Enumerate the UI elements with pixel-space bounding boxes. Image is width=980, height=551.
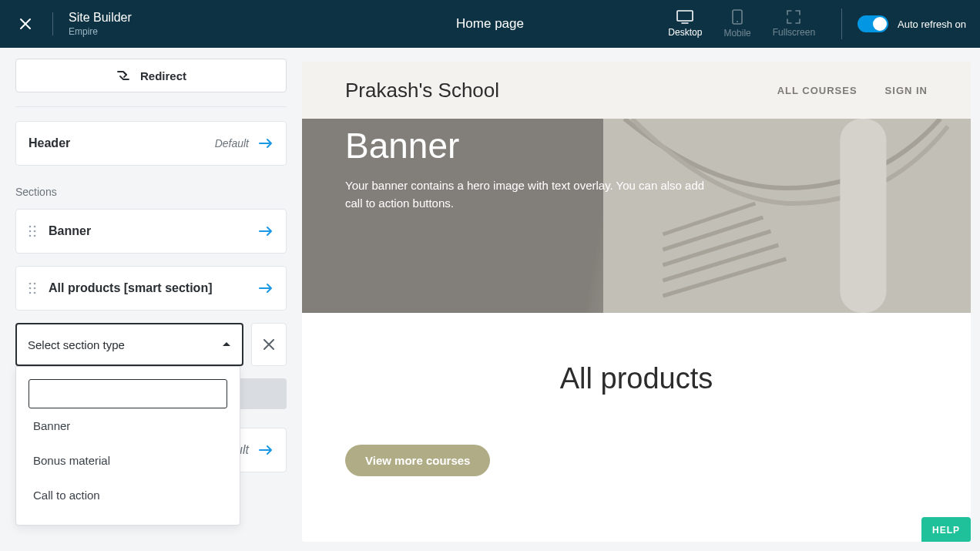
svg-point-13 xyxy=(29,292,32,294)
redirect-label: Redirect xyxy=(140,69,186,82)
svg-point-9 xyxy=(29,283,32,285)
nav-all-courses[interactable]: ALL COURSES xyxy=(777,85,858,96)
section-item-label: Banner xyxy=(49,224,91,238)
svg-point-2 xyxy=(737,21,738,22)
svg-point-6 xyxy=(34,230,36,233)
svg-point-5 xyxy=(29,230,32,233)
preview-header: Prakash's School ALL COURSES SIGN IN xyxy=(302,62,971,119)
close-icon xyxy=(19,18,32,30)
close-icon xyxy=(263,339,274,350)
drag-handle-icon[interactable] xyxy=(29,282,36,294)
nav-sign-in[interactable]: SIGN IN xyxy=(885,85,928,96)
mobile-icon xyxy=(732,9,743,25)
preview-banner: Banner Your banner contains a hero image… xyxy=(302,119,971,313)
arrow-right-icon xyxy=(258,226,274,237)
arrow-right-icon xyxy=(258,138,274,149)
school-title: Prakash's School xyxy=(345,79,499,102)
auto-refresh-label: Auto refresh on xyxy=(898,18,966,30)
sidebar: Redirect Header Default Sections Banner … xyxy=(0,48,302,551)
preview-frame: Prakash's School ALL COURSES SIGN IN xyxy=(302,62,971,542)
svg-point-11 xyxy=(29,287,32,290)
device-mobile-label: Mobile xyxy=(723,28,750,39)
dropdown-option-call-to-action[interactable]: Call to action xyxy=(29,478,227,512)
header-row[interactable]: Header Default xyxy=(15,121,287,166)
svg-point-7 xyxy=(29,235,32,237)
title-block: Site Builder Empire xyxy=(69,11,132,37)
redirect-icon xyxy=(116,69,131,82)
section-item-label: All products [smart section] xyxy=(49,281,212,295)
toggle-knob xyxy=(873,17,887,31)
close-button[interactable] xyxy=(14,12,37,35)
svg-point-10 xyxy=(34,283,36,285)
clear-section-button[interactable] xyxy=(251,323,287,366)
device-desktop[interactable]: Desktop xyxy=(668,10,702,38)
arrow-right-icon xyxy=(258,283,274,294)
dropdown-option-bonus-material[interactable]: Bonus material xyxy=(29,443,227,478)
section-type-row: Select section type Banner Bonus materia… xyxy=(15,323,287,366)
svg-point-4 xyxy=(34,226,36,228)
theme-name: Empire xyxy=(69,26,132,37)
caret-up-icon xyxy=(222,341,231,348)
drag-handle-icon[interactable] xyxy=(29,225,36,237)
divider xyxy=(841,8,842,39)
section-type-dropdown: Banner Bonus material Call to action xyxy=(15,366,240,526)
desktop-icon xyxy=(676,10,693,24)
device-fullscreen-label: Fullscreen xyxy=(773,27,815,38)
section-type-select[interactable]: Select section type xyxy=(15,323,243,366)
preview-pane: Prakash's School ALL COURSES SIGN IN xyxy=(302,48,980,551)
divider xyxy=(52,12,53,35)
dropdown-search-input[interactable] xyxy=(29,379,227,408)
device-mobile[interactable]: Mobile xyxy=(723,9,750,39)
products-title: All products xyxy=(345,362,928,395)
page-name: Home page xyxy=(456,16,524,32)
svg-point-12 xyxy=(34,287,36,290)
svg-point-3 xyxy=(29,226,32,228)
auto-refresh-toggle[interactable] xyxy=(858,15,888,32)
help-button[interactable]: HELP xyxy=(921,517,971,542)
fullscreen-icon xyxy=(787,10,800,24)
device-desktop-label: Desktop xyxy=(668,27,702,38)
arrow-right-icon xyxy=(258,445,274,455)
section-item-banner[interactable]: Banner xyxy=(15,209,287,254)
svg-rect-0 xyxy=(677,11,693,21)
app-title: Site Builder xyxy=(69,11,132,25)
device-fullscreen[interactable]: Fullscreen xyxy=(773,10,815,38)
view-more-button[interactable]: View more courses xyxy=(345,445,490,476)
dropdown-option-banner[interactable]: Banner xyxy=(29,408,227,443)
header-label: Header xyxy=(29,136,70,150)
sections-label: Sections xyxy=(15,186,287,198)
redirect-button[interactable]: Redirect xyxy=(15,59,287,92)
banner-description: Your banner contains a hero image with t… xyxy=(345,177,707,212)
preview-products: All products View more courses xyxy=(302,313,971,526)
separator xyxy=(15,106,287,107)
header-default: Default xyxy=(215,137,249,150)
banner-title: Banner xyxy=(345,125,928,166)
select-placeholder: Select section type xyxy=(28,338,125,351)
topbar: Site Builder Empire Home page Desktop Mo… xyxy=(0,0,980,48)
svg-point-8 xyxy=(34,235,36,237)
svg-point-14 xyxy=(34,292,36,294)
section-item-all-products[interactable]: All products [smart section] xyxy=(15,266,287,311)
